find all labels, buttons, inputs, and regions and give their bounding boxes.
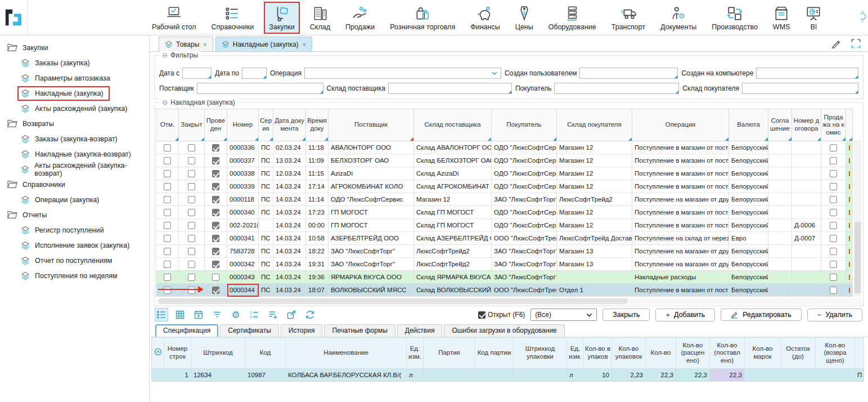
module-оборудование[interactable]: Оборудование (543, 2, 601, 34)
gear-icon[interactable]: ⚙ (230, 309, 242, 321)
spec-cell-11[interactable]: 2,23 (612, 369, 646, 382)
cell-number[interactable]: 0000342 (227, 258, 259, 271)
detail-tab-сертификаты[interactable]: Сертификаты (220, 324, 279, 337)
cell-otm[interactable] (156, 258, 179, 271)
cell-otm[interactable] (156, 206, 179, 219)
cell-closed[interactable] (179, 180, 205, 193)
column-header-currency[interactable]: Валюта (729, 109, 768, 141)
close-icon[interactable]: × (303, 41, 306, 48)
detail-tab-спецификация[interactable]: Спецификация (155, 324, 218, 337)
column-header-series[interactable]: Серия (259, 109, 273, 141)
horizontal-scrollbar[interactable] (157, 298, 861, 305)
tree-item-операции-закупка[interactable]: Операции (закупка) (0, 192, 149, 207)
spec-cell-18[interactable]: П (855, 369, 864, 382)
checked-checkbox[interactable] (212, 261, 219, 268)
spec-column-header-8[interactable]: Штрихкод упаковки (514, 338, 567, 369)
cell-operation[interactable]: Накладные расходы (632, 271, 729, 284)
cell-supplier_wh[interactable]: Склад АГРОКОМБИНАТ (414, 180, 492, 193)
cell-buyer_wh[interactable]: Магазин 12 (557, 154, 632, 167)
column-header-number[interactable]: Номер (227, 109, 259, 141)
cell-komis[interactable] (821, 180, 846, 193)
cell-supplier[interactable]: БЕЛХОЗТОРГ ОАО (329, 154, 414, 167)
close-button[interactable]: Закрыть (602, 309, 650, 321)
spec-cell-12[interactable]: 22,3 (646, 369, 676, 382)
cell-checked[interactable] (205, 271, 227, 284)
cell-contract[interactable] (792, 271, 821, 284)
spec-column-header-12[interactable]: Кол-во (646, 338, 676, 369)
cell-supplier_wh[interactable]: Магазин 12 (414, 193, 492, 206)
cell-checked[interactable] (205, 206, 227, 219)
spec-column-header-17[interactable]: Кол-во (возвра щено) (816, 338, 855, 369)
tab-товары[interactable]: Товары× (159, 37, 213, 51)
checked-checkbox[interactable] (212, 274, 219, 281)
cell-number[interactable]: 7583728 (227, 245, 259, 258)
closed-checkbox[interactable] (188, 144, 195, 151)
cell-buyer_wh[interactable]: Магазин 12 (557, 141, 632, 154)
tree-item-параметры-автозаказа[interactable]: Параметры автозаказа (0, 70, 149, 86)
cell-supplier_wh[interactable]: Склад ЯРМАРКА ВКУСА (414, 271, 492, 284)
cell-agreement[interactable] (768, 271, 792, 284)
otm-checkbox[interactable] (164, 209, 171, 216)
module-рабочий-стол[interactable]: Рабочий стол (147, 2, 201, 34)
cell-date[interactable]: 14.03.24 (273, 219, 306, 232)
spec-cell-2[interactable]: 12634 (191, 369, 245, 382)
column-header-closed[interactable]: Закрыт (179, 109, 205, 141)
cell-contract[interactable] (792, 141, 821, 154)
cell-currency[interactable]: Белорусский (729, 180, 768, 193)
cell-agreement[interactable] (768, 180, 792, 193)
cell-time[interactable]: 18:22 (306, 245, 329, 258)
spec-cell-0[interactable] (152, 369, 164, 382)
module-производство[interactable]: Производство (707, 2, 763, 34)
spec-cell-10[interactable]: 10 (584, 369, 612, 382)
cell-supplier[interactable]: ЯРМАРКА ВКУСА ООО (329, 271, 414, 284)
edit-button[interactable]: Редактировать (721, 309, 801, 321)
tree-group-закупки[interactable]: Закупки (0, 40, 149, 55)
column-header-contract[interactable]: Номер договора (792, 109, 821, 141)
komis-checkbox[interactable] (830, 222, 837, 229)
cell-otm[interactable] (156, 271, 179, 284)
cell-operation[interactable]: Поступление в магазин от поставщ (632, 219, 729, 232)
cell-time[interactable]: 17:23 (306, 206, 329, 219)
otm-checkbox[interactable] (164, 196, 171, 203)
cell-date[interactable]: 13.03.24 (273, 154, 306, 167)
cell-number[interactable]: 0000118 (227, 193, 259, 206)
checked-checkbox[interactable] (212, 287, 219, 294)
spec-row[interactable]: 11263410987КОЛБАСА ВАР.БЕЛОРУССКАЯ КЛ.В/… (152, 369, 864, 382)
cell-series[interactable]: ПС (259, 180, 273, 193)
otm-checkbox[interactable] (164, 274, 171, 281)
cell-otm[interactable] (156, 180, 179, 193)
table-row[interactable]: 7583728ПС14.03.2418:22ЗАО "ЛюксСофтТорг"… (156, 245, 853, 258)
module-финансы[interactable]: Финансы (465, 2, 505, 34)
cell-otm[interactable] (156, 154, 179, 167)
cell-komis[interactable] (821, 206, 846, 219)
cell-series[interactable]: ПС (259, 258, 273, 271)
tree-item-заказы-закупка-возврат[interactable]: Заказы (закупка-возврат) (0, 131, 149, 146)
spec-cell-14[interactable]: 22,3 (710, 369, 745, 382)
tree-item-регистр-поступлений[interactable]: Регистр поступлений (0, 222, 149, 238)
cell-closed[interactable] (179, 167, 205, 180)
closed-checkbox[interactable] (188, 287, 195, 294)
cell-buyer[interactable]: ОДО "ЛюксСофтСервис (492, 180, 557, 193)
spec-cell-16[interactable] (781, 369, 816, 382)
cell-time[interactable]: 11:15 (306, 167, 329, 180)
cell-checked[interactable] (205, 245, 227, 258)
cell-number[interactable]: 0000344 (227, 284, 259, 297)
cell-buyer[interactable]: ОДО "ЛюксСофтСервис (492, 141, 557, 154)
komis-checkbox[interactable] (830, 274, 837, 281)
spec-cell-9[interactable]: л (567, 369, 584, 382)
cell-currency[interactable]: Белорусский (729, 258, 768, 271)
cell-number[interactable]: 0000336 (227, 141, 259, 154)
cell-checked[interactable] (205, 232, 227, 245)
tree-item-накладные-закупка-возврат[interactable]: Накладные (закупка-возврат) (0, 146, 149, 162)
cell-time[interactable]: 11:18 (306, 141, 329, 154)
tree-group-отчеты[interactable]: Отчеты (0, 207, 149, 222)
spec-column-header-15[interactable]: Кол-во марок (745, 338, 781, 369)
open-f6-checkbox[interactable] (478, 311, 485, 319)
spec-column-header-2[interactable]: Штрихкод (191, 338, 245, 369)
module-wms[interactable]: WMS (768, 2, 795, 34)
checked-checkbox[interactable] (212, 196, 219, 203)
cell-date[interactable]: 14.03.24 (273, 193, 306, 206)
close-icon[interactable]: × (203, 41, 206, 48)
column-header-otm[interactable]: Отм. (156, 109, 179, 141)
cell-buyer[interactable]: ОДО "ЛюксСофтСервис (492, 206, 557, 219)
